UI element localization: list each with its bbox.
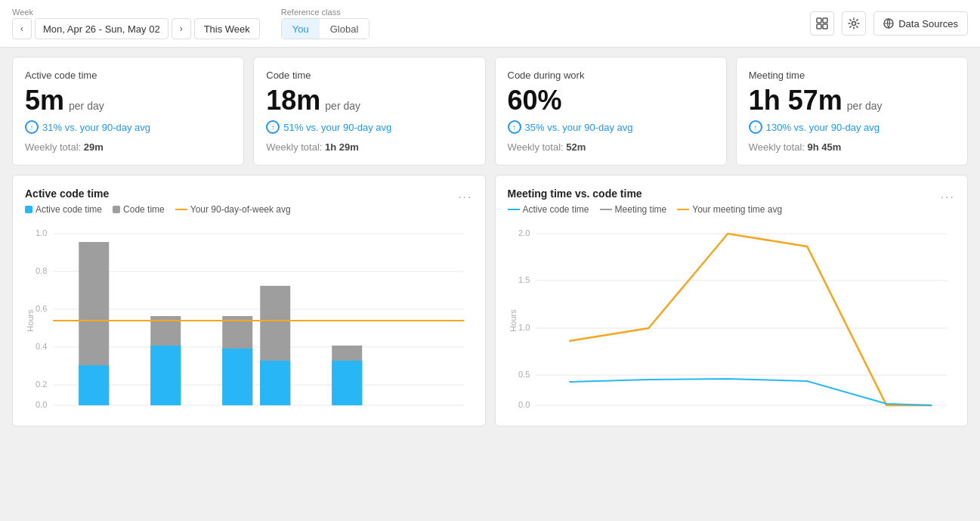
legend-color-code	[113, 206, 120, 213]
metrics-row: Active code time 5m per day ↑ 31% vs. yo…	[12, 57, 968, 166]
date-range-button[interactable]: Mon, Apr 26 - Sun, May 02	[35, 18, 168, 39]
chart2-header: Meeting time vs. code time Active code t…	[508, 188, 956, 222]
this-week-button[interactable]: This Week	[194, 18, 260, 39]
metric-title-2: Code during work	[508, 70, 714, 81]
chart1-title-section: Active code time Active code time Code t…	[25, 188, 291, 222]
svg-text:0.8: 0.8	[36, 266, 47, 275]
metric-value-2: 60%	[508, 87, 562, 114]
legend2-label-avg: Your meeting time avg	[692, 204, 782, 215]
top-bar: Week ‹ Mon, Apr 26 - Sun, May 02 › This …	[0, 0, 980, 48]
svg-text:Tue: Tue	[641, 410, 655, 411]
global-button[interactable]: Global	[320, 19, 369, 39]
layout-icon	[816, 17, 828, 29]
gear-icon	[848, 17, 860, 29]
legend2-item-meeting: Meeting time	[600, 204, 667, 215]
legend-label-avg: Your 90-day-of-week avg	[190, 204, 291, 215]
legend-item-active: Active code time	[25, 204, 102, 215]
metric-vs-1: ↑ 51% vs. your 90-day avg	[266, 120, 472, 134]
chart-card-active-code-time: Active code time Active code time Code t…	[12, 175, 486, 426]
legend2-color-active	[508, 209, 520, 210]
chart2-more-button[interactable]: ...	[941, 188, 955, 201]
svg-rect-2	[817, 24, 821, 29]
charts-row: Active code time Active code time Code t…	[12, 175, 968, 426]
up-arrow-0: ↑	[25, 120, 39, 134]
metric-value-row-3: 1h 57m per day	[749, 87, 955, 114]
svg-text:1.5: 1.5	[518, 275, 529, 284]
svg-text:Sat: Sat	[447, 410, 459, 411]
svg-text:0.4: 0.4	[36, 342, 47, 351]
legend2-label-meeting: Meeting time	[615, 204, 667, 215]
chart2-legend: Active code time Meeting time Your meeti…	[508, 204, 783, 215]
metric-unit-3: per day	[847, 100, 883, 112]
metric-card-code-during-work: Code during work 60% ↑ 35% vs. your 90-d…	[495, 57, 727, 166]
svg-text:0.0: 0.0	[518, 400, 529, 409]
metric-value-row-2: 60%	[508, 87, 714, 114]
metric-vs-text-1: 51% vs. your 90-day avg	[283, 122, 391, 133]
svg-text:Wed: Wed	[719, 410, 736, 411]
ref-toggle: You Global	[281, 18, 370, 39]
legend2-item-active: Active code time	[508, 204, 589, 215]
metric-value-row-1: 18m per day	[266, 87, 472, 114]
data-sources-icon	[883, 18, 894, 29]
metric-title-0: Active code time	[25, 70, 231, 81]
metric-vs-text-2: 35% vs. your 90-day avg	[525, 122, 633, 133]
svg-text:Hours: Hours	[26, 309, 35, 332]
metric-vs-text-0: 31% vs. your 90-day avg	[42, 122, 150, 133]
chart2-title-section: Meeting time vs. code time Active code t…	[508, 188, 783, 222]
bar-wed2-active	[260, 361, 290, 405]
legend2-color-meeting	[600, 209, 612, 210]
legend2-item-avg: Your meeting time avg	[677, 204, 782, 215]
svg-text:0.2: 0.2	[36, 380, 47, 389]
metric-unit-0: per day	[69, 100, 104, 112]
bar-thu-active	[332, 361, 362, 405]
chart1-more-button[interactable]: ...	[458, 188, 472, 201]
metric-vs-2: ↑ 35% vs. your 90-day avg	[508, 120, 714, 134]
data-sources-button[interactable]: Data Sources	[873, 11, 968, 36]
metric-vs-3: ↑ 130% vs. your 90-day avg	[749, 120, 955, 134]
svg-text:0.5: 0.5	[518, 370, 529, 379]
legend2-label-active: Active code time	[523, 204, 589, 215]
metric-title-3: Meeting time	[749, 70, 955, 81]
metric-value-1: 18m	[266, 87, 320, 114]
bar-mon-active	[79, 365, 109, 405]
prev-week-button[interactable]: ‹	[12, 18, 32, 39]
svg-point-4	[852, 22, 856, 26]
svg-text:1.0: 1.0	[518, 323, 529, 332]
legend2-color-avg	[677, 209, 689, 210]
active-code-line	[569, 379, 932, 405]
svg-text:Mon: Mon	[561, 410, 577, 411]
chart1-title: Active code time	[25, 188, 291, 200]
metric-vs-0: ↑ 31% vs. your 90-day avg	[25, 120, 231, 134]
data-sources-label: Data Sources	[898, 18, 958, 29]
week-nav: ‹ Mon, Apr 26 - Sun, May 02 › This Week	[12, 18, 260, 39]
chart-card-meeting-vs-code: Meeting time vs. code time Active code t…	[495, 175, 969, 426]
up-arrow-2: ↑	[508, 120, 521, 134]
svg-text:Mon: Mon	[86, 410, 102, 411]
bar-tue-active	[150, 346, 181, 405]
svg-text:Wed: Wed	[236, 410, 253, 411]
chart1-legend: Active code time Code time Your 90-day-o…	[25, 204, 291, 215]
metric-weekly-3: Weekly total: 9h 45m	[749, 141, 955, 153]
svg-text:0.6: 0.6	[36, 304, 47, 313]
chart1-header: Active code time Active code time Code t…	[25, 188, 473, 222]
main-content: Active code time 5m per day ↑ 31% vs. yo…	[0, 48, 980, 436]
chart2-title: Meeting time vs. code time	[508, 188, 783, 200]
svg-rect-1	[823, 18, 827, 23]
you-button[interactable]: You	[282, 19, 320, 39]
week-section: Week ‹ Mon, Apr 26 - Sun, May 02 › This …	[12, 8, 260, 39]
next-week-button[interactable]: ›	[172, 18, 191, 39]
svg-rect-0	[817, 18, 821, 23]
layout-icon-button[interactable]	[810, 11, 834, 36]
metric-value-row-0: 5m per day	[25, 87, 231, 114]
legend-item-code: Code time	[113, 204, 165, 215]
up-arrow-1: ↑	[266, 120, 280, 134]
svg-text:1.0: 1.0	[36, 228, 47, 237]
svg-text:Fri: Fri	[881, 410, 891, 411]
svg-text:Thu: Thu	[340, 410, 354, 411]
metric-value-3: 1h 57m	[749, 87, 842, 114]
svg-text:Tue: Tue	[159, 410, 173, 411]
metric-card-active-code-time: Active code time 5m per day ↑ 31% vs. yo…	[12, 57, 244, 166]
active-code-time-chart: 1.0 0.8 0.6 0.4 0.2 0.0 Hours	[25, 222, 473, 411]
settings-icon-button[interactable]	[842, 11, 866, 36]
metric-value-0: 5m	[25, 87, 64, 114]
